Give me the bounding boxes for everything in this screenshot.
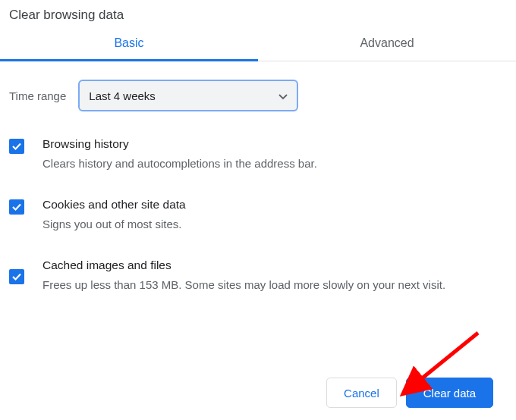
option-desc: Frees up less than 153 MB. Some sites ma… <box>42 277 445 293</box>
cancel-button[interactable]: Cancel <box>326 378 397 408</box>
time-range-row: Time range Last 4 weeks <box>9 80 507 111</box>
time-range-label: Time range <box>9 89 66 102</box>
tabs: Basic Advanced <box>0 36 516 61</box>
option-title: Cookies and other site data <box>42 198 186 212</box>
checkbox-cookies[interactable] <box>9 199 24 215</box>
option-cookies: Cookies and other site data Signs you ou… <box>9 198 507 233</box>
checkbox-cache[interactable] <box>9 269 24 284</box>
option-title: Cached images and files <box>42 259 445 272</box>
tab-advanced[interactable]: Advanced <box>258 36 516 61</box>
time-range-value: Last 4 weeks <box>89 89 156 102</box>
check-icon <box>11 201 23 213</box>
option-desc: Clears history and autocompletions in th… <box>42 155 317 172</box>
clear-data-button[interactable]: Clear data <box>406 378 493 408</box>
check-icon <box>11 140 23 152</box>
checkbox-browsing-history[interactable] <box>9 139 24 154</box>
svg-line-1 <box>417 333 478 382</box>
dialog-title: Clear browsing data <box>0 0 516 36</box>
caret-down-icon <box>278 89 288 102</box>
option-text: Cached images and files Frees up less th… <box>42 259 445 293</box>
option-desc: Signs you out of most sites. <box>42 216 186 233</box>
check-icon <box>11 271 23 283</box>
time-range-select[interactable]: Last 4 weeks <box>78 80 298 111</box>
footer-buttons: Cancel Clear data <box>326 378 493 408</box>
option-title: Browsing history <box>42 137 317 151</box>
content-panel: Time range Last 4 weeks Browsing history… <box>0 61 516 293</box>
option-text: Browsing history Clears history and auto… <box>42 137 317 172</box>
option-text: Cookies and other site data Signs you ou… <box>42 198 186 233</box>
tab-basic[interactable]: Basic <box>0 36 258 61</box>
option-cache: Cached images and files Frees up less th… <box>9 259 507 293</box>
option-browsing-history: Browsing history Clears history and auto… <box>9 137 507 172</box>
